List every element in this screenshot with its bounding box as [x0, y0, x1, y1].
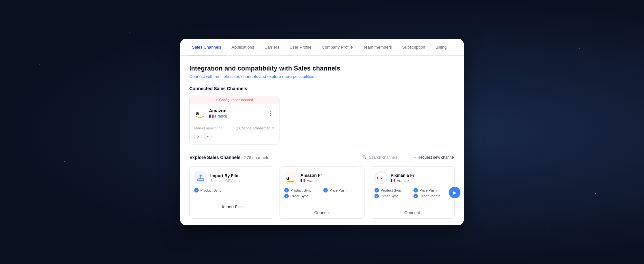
page-subtitle: Connect with multiple sales channels and…	[189, 74, 455, 79]
explore-header: Explore Sales Channels · 278 channels 🔍 …	[189, 153, 455, 162]
content-area: Integration and compatibility with Sales…	[180, 56, 464, 225]
page-title: Integration and compatibility with Sales…	[189, 65, 455, 72]
check-icon-p2: ✓	[413, 188, 418, 193]
channel-country: 🇫🇷 France	[209, 114, 227, 118]
pixmania-connect-button[interactable]: Connect	[370, 207, 454, 218]
card-country-pixmania: 🇫🇷 France	[391, 178, 414, 183]
more-options-button[interactable]: ⋮	[266, 108, 275, 118]
card-import-by-file: Import By File Supports CSV only ✓ Produ…	[189, 166, 274, 219]
flag-fr-icon: 🇫🇷	[209, 114, 214, 118]
explore-title-group: Explore Sales Channels · 278 channels	[189, 155, 269, 160]
card-body-pixmania: Pix Pixmania Fr 🇫🇷 France	[370, 167, 454, 207]
check-icon-1: ✓	[284, 188, 289, 193]
card-pixmania-fr: Pix Pixmania Fr 🇫🇷 France	[370, 166, 455, 219]
arrow-right-icon: ▶	[453, 190, 457, 195]
channels-grid: Import By File Supports CSV only ✓ Produ…	[189, 166, 455, 219]
amazon-connected-card: • Configuration needed a Amazon 🇫🇷	[189, 96, 279, 145]
card-title-group-pixmania: Pixmania Fr 🇫🇷 France	[391, 173, 414, 183]
tab-company-profile[interactable]: Company Profile	[317, 39, 358, 55]
check-icon-p1: ✓	[374, 188, 379, 193]
feature-order-sync-pix: ✓ Order Sync	[374, 194, 411, 198]
pixmania-logo: Pix	[374, 171, 387, 184]
card-header-amazon: a Amazon Fr 🇫🇷 France	[284, 171, 360, 184]
flag-fr-amazon-icon: 🇫🇷	[300, 178, 305, 183]
explore-actions: 🔍 Search channels + Request new channel	[359, 153, 455, 162]
feature-order-update-pix: ✓ Order update	[413, 194, 450, 198]
card-amazon-fr: a Amazon Fr 🇫🇷 France	[279, 166, 365, 219]
config-dot: •	[216, 98, 217, 102]
check-icon-p3: ✓	[374, 194, 379, 198]
channel-stats: Market monitoring 1 Channel Connected ✏	[194, 126, 275, 130]
channel-details: Amazon 🇫🇷 France	[209, 108, 227, 118]
card-title-amazon: Amazon Fr	[300, 173, 322, 178]
card-title-group-import: Import By File Supports CSV only	[210, 173, 240, 183]
search-icon: 🔍	[362, 155, 367, 160]
request-channel-button[interactable]: + Request new channel	[414, 155, 455, 160]
tab-subscription[interactable]: Subscription	[397, 39, 431, 55]
amazon-fr-logo: a	[284, 171, 297, 184]
plus-icon: +	[414, 155, 416, 160]
svg-rect-1	[197, 179, 204, 181]
channels-grid-wrapper: Import By File Supports CSV only ✓ Produ…	[189, 166, 455, 219]
check-icon-p4: ✓	[413, 194, 418, 198]
tab-user-profile[interactable]: User Profile	[284, 39, 317, 55]
explore-title: Explore Sales Channels	[189, 155, 241, 160]
card-header-import: Import By File Supports CSV only	[194, 171, 270, 184]
check-icon-3: ✓	[284, 194, 289, 198]
card-subtitle-import: Supports CSV only	[210, 179, 240, 183]
card-body-amazon: a Amazon Fr 🇫🇷 France	[280, 167, 364, 207]
card-title-group-amazon: Amazon Fr 🇫🇷 France	[300, 173, 322, 183]
edit-icon[interactable]: ✏	[272, 126, 275, 130]
svg-text:a: a	[195, 109, 199, 117]
explore-count: · 278 channels	[242, 155, 269, 160]
tab-sales-channels[interactable]: Sales Channels	[187, 39, 226, 55]
channel-connected-count: 1 Channel Connected ✏	[236, 126, 275, 130]
upload-logo	[194, 171, 207, 184]
feature-price-push-pix: ✓ Price Push	[413, 188, 450, 193]
tab-billing[interactable]: Billing	[431, 39, 452, 55]
channel-info: a Amazon 🇫🇷 France	[194, 108, 227, 119]
feature-product-sync-import: ✓ Product Sync	[194, 188, 231, 193]
card-title-pixmania: Pixmania Fr	[391, 173, 414, 178]
check-icon-2: ✓	[323, 188, 328, 193]
tab-team-members[interactable]: Team members	[358, 39, 397, 55]
feature-product-sync-amazon: ✓ Product Sync	[284, 188, 321, 193]
card-body-import: Import By File Supports CSV only ✓ Produ…	[190, 167, 274, 201]
card-features-import: ✓ Product Sync	[194, 188, 270, 193]
card-header-pixmania: Pix Pixmania Fr 🇫🇷 France	[374, 171, 450, 184]
channel-name: Amazon	[209, 108, 227, 113]
card-features-amazon: ✓ Product Sync ✓ Price Push ✓ Order Sync	[284, 188, 360, 198]
flag-fr-pixmania-icon: 🇫🇷	[391, 178, 395, 183]
amazon-logo: a	[194, 108, 206, 119]
channel-header: a Amazon 🇫🇷 France ⋮	[190, 104, 279, 120]
feature-order-sync-amazon: ✓ Order Sync	[284, 194, 321, 198]
card-country-amazon: 🇫🇷 France	[300, 178, 322, 183]
channel-action-icons: ⟳ ✦	[194, 133, 275, 140]
channel-footer: Market monitoring 1 Channel Connected ✏ …	[190, 123, 279, 144]
tab-carriers[interactable]: Carriers	[259, 39, 284, 55]
config-banner: • Configuration needed	[190, 96, 279, 104]
check-icon: ✓	[194, 188, 199, 193]
sync-icon[interactable]: ⟳	[194, 133, 202, 140]
connected-section-title: Connected Sales Channels	[189, 86, 455, 91]
feature-price-push-amazon: ✓ Price Push	[323, 188, 360, 193]
main-container: Sales Channels Applications Carriers Use…	[180, 39, 464, 225]
import-file-button[interactable]: Import File	[190, 201, 274, 212]
tabs-bar: Sales Channels Applications Carriers Use…	[180, 39, 464, 56]
next-arrow-button[interactable]: ▶	[449, 187, 460, 198]
svg-text:Pix: Pix	[377, 176, 383, 180]
amazon-connect-button[interactable]: Connect	[280, 207, 364, 218]
feature-product-sync-pix: ✓ Product Sync	[374, 188, 411, 193]
tab-applications[interactable]: Applications	[226, 39, 259, 55]
card-title-import: Import By File	[210, 173, 240, 178]
card-features-pixmania: ✓ Product Sync ✓ Price Push ✓ Order Sync	[374, 188, 450, 198]
svg-text:a: a	[286, 174, 289, 181]
settings-icon[interactable]: ✦	[204, 133, 212, 140]
search-channels-input[interactable]: 🔍 Search channels	[359, 153, 410, 162]
